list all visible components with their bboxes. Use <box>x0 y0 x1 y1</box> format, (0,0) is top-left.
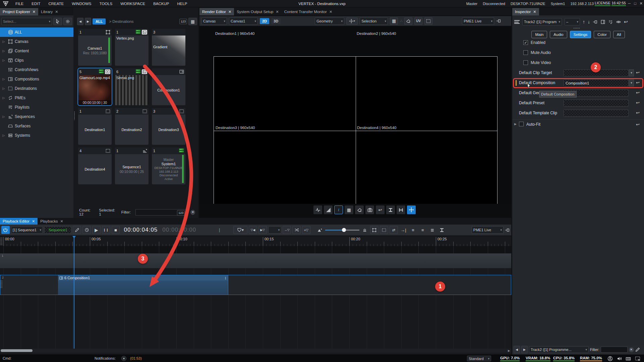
sequence-select-dropdown[interactable]: [1] Sequence1▾ <box>11 226 43 234</box>
pick-cursor-button[interactable] <box>53 18 62 25</box>
fit-horizontal-icon[interactable] <box>397 205 405 214</box>
thumbnail-toggle-icon[interactable] <box>316 226 324 234</box>
align-right-icon[interactable]: ≣ <box>428 226 436 234</box>
tab-audio[interactable]: Audio <box>550 31 567 38</box>
uv-tool-icon[interactable]: UV <box>414 17 422 25</box>
canvas-select-dropdown[interactable]: Canvas1▾ <box>229 17 258 25</box>
tab-playbacks[interactable]: Playbacks✕ <box>38 218 66 225</box>
tile-destination2[interactable]: 2 Destination2 <box>115 108 149 145</box>
horizontal-scrollbar[interactable] <box>0 349 507 353</box>
tile-streak-png[interactable]: 6 Streak.png <box>115 68 149 105</box>
inspect-target-dropdown[interactable]: Track2 ([1] Program▾ <box>522 18 562 25</box>
display-layout-icon[interactable] <box>635 356 640 361</box>
default-template-clip-dropdown[interactable] <box>564 110 629 117</box>
drag-handle[interactable] <box>0 237 2 245</box>
active-sequence-badge[interactable]: Sequence1 <box>44 226 71 234</box>
playhead[interactable] <box>74 236 74 349</box>
timeline-track-area[interactable]: 1 2 6 Composition1❙ <box>0 253 511 349</box>
pme-live-dropdown[interactable]: PME1 Live▾ <box>472 226 504 234</box>
close-tab-icon[interactable]: ✕ <box>329 10 332 14</box>
tab-settings[interactable]: Settings <box>570 31 591 38</box>
tab-main[interactable]: Main <box>531 31 547 38</box>
edit-pencil-icon[interactable] <box>635 347 640 352</box>
sidebar-item-surfaces[interactable]: Surfaces <box>0 121 73 131</box>
sidebar-item-compositions[interactable]: ▷Compositions <box>0 74 73 84</box>
tile-destination4[interactable]: 4 Destination4 <box>78 147 112 184</box>
tab-playback-editor[interactable]: Playback Editor✕ <box>0 218 38 225</box>
close-icon[interactable]: ✕ <box>640 1 643 6</box>
cue-select-dropdown[interactable]: ▾ <box>268 226 282 234</box>
link-revert-icon[interactable]: ↩ <box>636 70 640 75</box>
stop-icon[interactable]: ■ <box>112 226 120 234</box>
waveform-monitor-icon[interactable] <box>313 205 322 214</box>
hamburger-menu-icon[interactable] <box>514 20 520 24</box>
close-tab-icon[interactable]: ✕ <box>33 10 36 14</box>
drag-handle[interactable] <box>573 27 580 29</box>
prev-cue-icon[interactable]: ▽◀ <box>249 226 257 234</box>
midi-keys-icon[interactable] <box>626 356 631 361</box>
skew-tool-icon[interactable] <box>404 17 412 25</box>
footer-target-dropdown[interactable]: Track2 ([1] Programme...▾ <box>529 346 589 353</box>
edit-sequence-icon[interactable] <box>73 226 81 234</box>
expand-arrow-icon[interactable]: ▷ <box>0 59 6 62</box>
preset-dropdown[interactable]: –▾ <box>565 18 580 25</box>
clear-filter-icon[interactable]: ✕ <box>190 210 195 215</box>
close-tab-icon[interactable]: ✕ <box>55 10 58 14</box>
notifications-close-icon[interactable]: ✕ <box>121 356 126 361</box>
pan-move-icon[interactable] <box>407 205 416 214</box>
eraser-icon[interactable] <box>355 205 364 214</box>
expand-arrow-icon[interactable]: ▷ <box>0 134 6 137</box>
link-revert-icon[interactable]: ↩ <box>636 110 640 115</box>
stretch-clip-icon[interactable] <box>438 226 446 234</box>
tab-library[interactable]: Library✕ <box>38 8 61 15</box>
menu-windows[interactable]: WINDOWS <box>68 2 95 6</box>
speaker-icon[interactable] <box>617 356 622 361</box>
fit-width-icon[interactable]: ⇄ <box>390 226 398 234</box>
tile-destination1[interactable]: 1 Destination1 <box>78 108 112 145</box>
reset-view-icon[interactable]: ↩ <box>376 205 385 214</box>
tile-sequence1[interactable]: 1 Sequence100:10:00:00 | 25 <box>115 147 149 184</box>
checkbox-icon[interactable] <box>523 50 528 55</box>
shuffle-icon[interactable] <box>292 226 301 234</box>
pin-panel-icon[interactable] <box>496 18 501 23</box>
mute-video-checkbox[interactable]: Mute Video <box>523 60 551 65</box>
align-center-icon[interactable]: ≡ <box>418 226 427 234</box>
canvas-output-preview[interactable]: Destination3 | 960x540 Destination4 | 96… <box>214 56 497 205</box>
notifications-label[interactable]: Notifications: <box>95 356 116 360</box>
play-icon[interactable]: ▶ <box>92 226 101 234</box>
mode-3d-button[interactable]: 3D <box>271 18 281 24</box>
snap-points-icon[interactable]: ∴ <box>400 19 402 23</box>
visibility-eye-icon[interactable] <box>616 19 621 24</box>
numeric-sort-toggle[interactable]: 123 <box>179 19 187 24</box>
tab-render-editor[interactable]: Render Editor✕ <box>199 8 234 15</box>
property-filter-icon[interactable] <box>608 19 613 24</box>
zoom-slider[interactable] <box>325 228 359 232</box>
sidebar-item-playlists[interactable]: Playlists <box>0 103 73 112</box>
sidebar-toggle-icon[interactable] <box>600 19 605 24</box>
clear-filter-icon[interactable]: ✕ <box>629 347 634 352</box>
scroll-right-icon[interactable]: ▶ <box>507 349 511 353</box>
gear-button[interactable] <box>63 18 72 25</box>
minimize-icon[interactable]: ─ <box>628 1 631 6</box>
default-preset-dropdown[interactable] <box>564 100 629 107</box>
prev-target-icon[interactable]: ◀ <box>514 346 520 353</box>
sidebar-item-all[interactable]: ALL <box>0 27 73 37</box>
frame-clip-icon[interactable] <box>370 226 378 234</box>
close-tab-icon[interactable]: ✕ <box>228 10 231 14</box>
breadcrumb-root[interactable]: ALL <box>93 18 106 24</box>
next-target-icon[interactable]: ▶ <box>521 346 528 353</box>
license-button[interactable]: LICENSE <box>595 1 610 6</box>
pin-inspector-icon[interactable] <box>593 19 598 24</box>
link-revert-icon[interactable]: ↩ <box>636 90 640 95</box>
fit-vertical-icon[interactable] <box>386 205 395 214</box>
nav-back-icon[interactable]: ◀ <box>77 18 83 25</box>
sidebar-item-controlviews[interactable]: ControlViews <box>0 65 73 74</box>
link-revert-icon[interactable]: ↩ <box>636 122 640 127</box>
menu-tools[interactable]: TOOLS <box>95 2 116 6</box>
render-viewport[interactable]: Destination1 | 960x540 Destination2 | 96… <box>199 26 511 204</box>
menu-workspace[interactable]: WORKSPACE <box>116 2 149 6</box>
slider-knob[interactable] <box>342 228 346 232</box>
expand-arrow-icon[interactable]: ▷ <box>0 87 6 90</box>
tab-color[interactable]: Color <box>594 31 610 38</box>
tab-system-output-setup[interactable]: System Output Setup✕ <box>234 8 282 15</box>
